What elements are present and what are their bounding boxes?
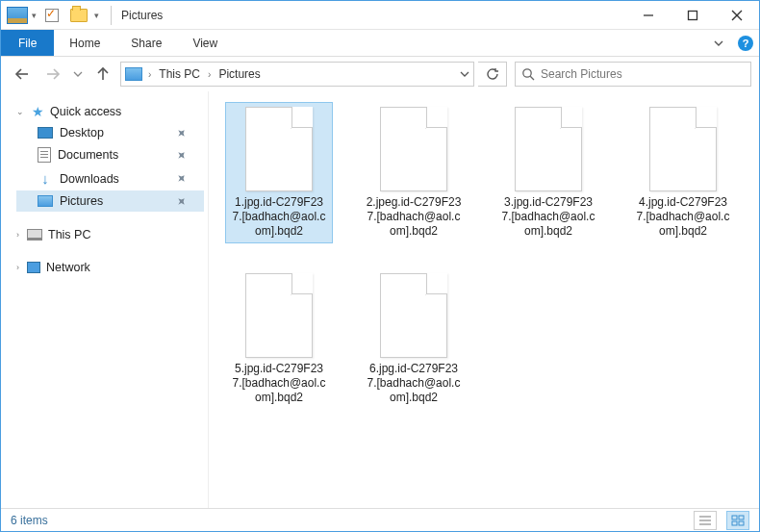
sidebar-item-documents[interactable]: Documents <box>16 143 204 166</box>
file-item[interactable]: 1.jpg.id-C279F237.[badhach@aol.com].bqd2 <box>226 103 332 242</box>
list-icon <box>698 515 712 526</box>
thumbnails-view-button[interactable] <box>726 511 749 530</box>
status-bar: 6 items <box>1 508 759 531</box>
chevron-right-icon[interactable]: › <box>206 69 213 80</box>
breadcrumb-pictures[interactable]: Pictures <box>216 67 262 81</box>
window-title: Pictures <box>117 9 163 22</box>
checkbox-icon <box>45 9 59 22</box>
maximize-button[interactable] <box>671 1 715 29</box>
file-icon <box>380 273 447 358</box>
chevron-down-icon <box>73 69 83 79</box>
this-pc-item[interactable]: › This PC <box>16 225 204 244</box>
file-name: 5.jpg.id-C279F237.[badhach@aol.com].bqd2 <box>230 362 328 405</box>
properties-toggle[interactable] <box>40 4 63 27</box>
arrow-left-icon <box>13 65 31 83</box>
svg-line-8 <box>530 76 534 80</box>
tab-share[interactable]: Share <box>115 30 177 56</box>
file-item[interactable]: 6.jpg.id-C279F237.[badhach@aol.com].bqd2 <box>361 269 467 409</box>
file-name: 2.jpeg.id-C279F237.[badhach@aol.com].bqd… <box>365 195 463 239</box>
pin-icon <box>174 171 190 187</box>
file-item[interactable]: 2.jpeg.id-C279F237.[badhach@aol.com].bqd… <box>361 103 467 242</box>
tab-home[interactable]: Home <box>54 30 115 56</box>
svg-rect-15 <box>739 521 744 525</box>
close-icon <box>731 10 743 21</box>
network-item[interactable]: › Network <box>16 258 204 277</box>
sidebar-item-label: Pictures <box>60 194 103 208</box>
forward-button[interactable] <box>39 61 66 88</box>
arrow-right-icon <box>44 65 62 83</box>
file-menu[interactable]: File <box>1 30 54 56</box>
chevron-down-icon <box>713 38 724 49</box>
pin-icon <box>174 125 190 140</box>
file-item[interactable]: 3.jpg.id-C279F237.[badhach@aol.com].bqd2 <box>495 103 601 242</box>
ribbon: File Home Share View ? <box>1 30 759 57</box>
file-name: 3.jpg.id-C279F237.[badhach@aol.com].bqd2 <box>499 195 597 239</box>
star-icon: ★ <box>32 104 44 119</box>
chevron-right-icon: › <box>16 230 19 240</box>
new-folder-button[interactable] <box>67 4 90 27</box>
navigation-bar: › This PC › Pictures Search Pictures <box>1 57 759 91</box>
qat-dropdown-icon[interactable]: ▾ <box>32 11 37 20</box>
pin-icon <box>174 193 190 209</box>
file-icon <box>649 107 717 191</box>
address-bar[interactable]: › This PC › Pictures <box>120 62 474 87</box>
search-icon <box>521 67 535 81</box>
help-icon: ? <box>738 36 753 51</box>
svg-rect-14 <box>732 521 737 525</box>
chevron-down-icon[interactable] <box>460 69 469 79</box>
file-list[interactable]: 1.jpg.id-C279F237.[badhach@aol.com].bqd2… <box>209 91 759 508</box>
network-icon <box>27 262 40 273</box>
separator <box>111 6 112 25</box>
minimize-icon <box>643 10 654 21</box>
refresh-button[interactable] <box>478 62 507 87</box>
svg-rect-12 <box>732 516 737 519</box>
folder-icon <box>70 9 88 22</box>
minimize-button[interactable] <box>626 1 671 29</box>
pc-icon <box>27 229 42 241</box>
file-name: 6.jpg.id-C279F237.[badhach@aol.com].bqd2 <box>365 362 463 405</box>
help-button[interactable]: ? <box>732 30 759 56</box>
sidebar-item-label: Documents <box>58 148 118 162</box>
item-count: 6 items <box>11 514 48 527</box>
quick-access-toolbar: ▾ ▾ <box>1 4 105 27</box>
quick-access-label: Quick access <box>50 105 121 118</box>
file-name: 1.jpg.id-C279F237.[badhach@aol.com].bqd2 <box>230 195 328 239</box>
svg-point-7 <box>523 69 531 77</box>
window-controls <box>626 1 759 29</box>
this-pc-label: This PC <box>48 228 90 241</box>
chevron-right-icon[interactable]: › <box>146 69 153 80</box>
svg-rect-13 <box>739 516 744 519</box>
location-icon <box>125 67 142 81</box>
pin-icon <box>174 147 190 163</box>
history-dropdown[interactable] <box>70 61 86 88</box>
details-view-button[interactable] <box>694 511 717 530</box>
search-placeholder: Search Pictures <box>541 67 622 81</box>
sidebar-item-downloads[interactable]: ↓Downloads <box>16 166 204 190</box>
down-icon: ↓ <box>38 170 53 187</box>
arrow-up-icon <box>94 65 112 83</box>
breadcrumb-this-pc[interactable]: This PC <box>157 67 202 81</box>
close-button[interactable] <box>715 1 759 29</box>
desktop-icon <box>38 127 53 139</box>
file-item[interactable]: 5.jpg.id-C279F237.[badhach@aol.com].bqd2 <box>226 269 332 409</box>
sidebar-item-pictures[interactable]: Pictures <box>16 190 204 212</box>
file-icon <box>515 107 582 191</box>
explorer-app-icon <box>7 7 28 24</box>
docs-icon <box>38 147 51 163</box>
search-input[interactable]: Search Pictures <box>515 62 751 87</box>
sidebar-item-desktop[interactable]: Desktop <box>16 122 204 143</box>
ribbon-expand-button[interactable] <box>705 30 732 56</box>
up-button[interactable] <box>89 61 116 88</box>
pics-icon <box>38 195 53 207</box>
file-item[interactable]: 4.jpg.id-C279F237.[badhach@aol.com].bqd2 <box>630 103 736 242</box>
quick-access-header[interactable]: ⌄ ★ Quick access <box>16 101 204 122</box>
file-name: 4.jpg.id-C279F237.[badhach@aol.com].bqd2 <box>634 195 732 239</box>
file-icon <box>245 107 313 191</box>
tab-view[interactable]: View <box>177 30 233 56</box>
sidebar-item-label: Downloads <box>60 172 119 186</box>
navigation-pane: ⌄ ★ Quick access DesktopDocuments↓Downlo… <box>1 91 209 508</box>
back-button[interactable] <box>9 61 36 88</box>
qat-overflow-icon[interactable]: ▾ <box>94 11 99 20</box>
file-icon <box>245 273 313 358</box>
file-icon <box>380 107 447 191</box>
